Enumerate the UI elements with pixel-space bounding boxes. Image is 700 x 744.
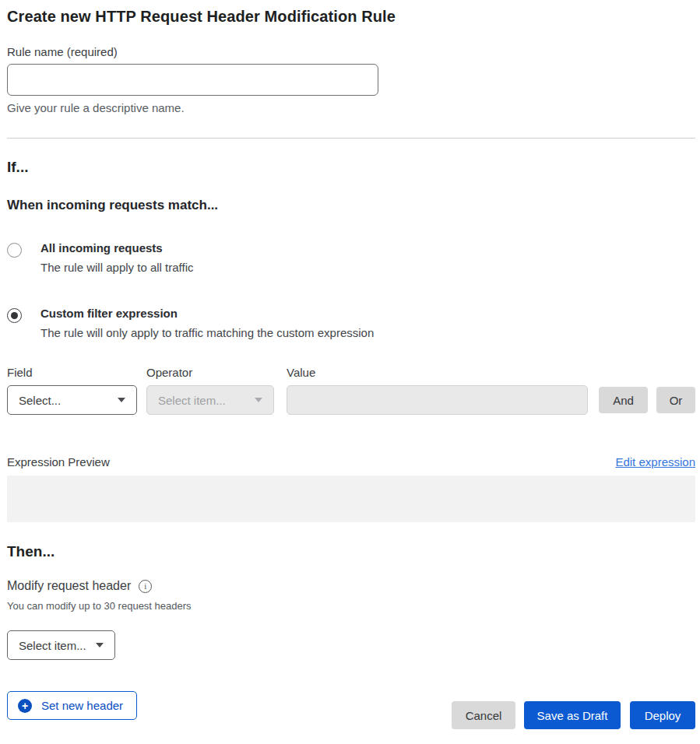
expression-preview-box [7,476,695,522]
rule-name-help: Give your rule a descriptive name. [7,101,695,114]
section-divider [7,138,695,139]
edit-expression-link[interactable]: Edit expression [615,455,695,469]
rule-name-label: Rule name (required) [7,45,695,58]
save-as-draft-button[interactable]: Save as Draft [524,701,621,729]
operator-label: Operator [146,366,287,379]
expression-preview-label: Expression Preview [7,455,110,469]
expression-preview-header: Expression Preview Edit expression [7,455,695,469]
or-button[interactable]: Or [656,387,695,413]
create-rule-form: Create new HTTP Request Header Modificat… [0,0,700,720]
radio-option-all-requests[interactable]: All incoming requests The rule will appl… [7,241,695,274]
chevron-down-icon [255,398,262,402]
cancel-button[interactable]: Cancel [452,701,515,729]
modify-header-row: Modify request header i [7,579,695,593]
plus-icon: + [18,699,32,713]
expression-builder-row: Field Select... Operator Select item... … [7,366,695,415]
radio-all-requests-text: All incoming requests The rule will appl… [40,241,193,274]
value-label: Value [287,366,588,379]
if-heading: If... [7,159,695,176]
operator-select[interactable]: Select item... [146,385,274,415]
rule-name-input[interactable] [7,64,378,96]
radio-custom-filter-desc: The rule will only apply to traffic matc… [40,326,374,339]
field-select[interactable]: Select... [7,385,137,415]
radio-all-requests-desc: The rule will apply to all traffic [40,261,193,274]
modify-header-help: You can modify up to 30 request headers [7,600,695,612]
operator-select-value: Select item... [158,394,226,407]
radio-custom-filter-label: Custom filter expression [40,307,374,321]
info-icon[interactable]: i [139,580,152,593]
radio-custom-filter-text: Custom filter expression The rule will o… [40,307,374,339]
field-label: Field [7,366,146,379]
set-new-header-button[interactable]: + Set new header [7,691,137,720]
chevron-down-icon [96,643,104,647]
radio-all-requests[interactable] [7,243,22,258]
modify-request-header-label: Modify request header [7,579,131,593]
header-item-select-value: Select item... [19,639,86,652]
chevron-down-icon [118,398,125,402]
value-input[interactable] [287,385,588,415]
field-column: Field Select... [7,366,146,415]
radio-all-requests-label: All incoming requests [40,241,193,255]
radio-custom-filter[interactable] [7,308,22,323]
value-column: Value [287,366,588,415]
header-item-select[interactable]: Select item... [7,630,115,660]
and-button[interactable]: And [599,387,648,413]
operator-column: Operator Select item... [146,366,287,415]
set-new-header-label: Set new header [41,699,123,712]
page-title: Create new HTTP Request Header Modificat… [7,8,695,26]
radio-option-custom-filter[interactable]: Custom filter expression The rule will o… [7,307,695,339]
footer-actions: Cancel Save as Draft Deploy [452,701,695,729]
match-subheading: When incoming requests match... [7,198,695,213]
deploy-button[interactable]: Deploy [630,701,695,729]
field-select-value: Select... [19,394,61,407]
then-heading: Then... [7,543,695,560]
